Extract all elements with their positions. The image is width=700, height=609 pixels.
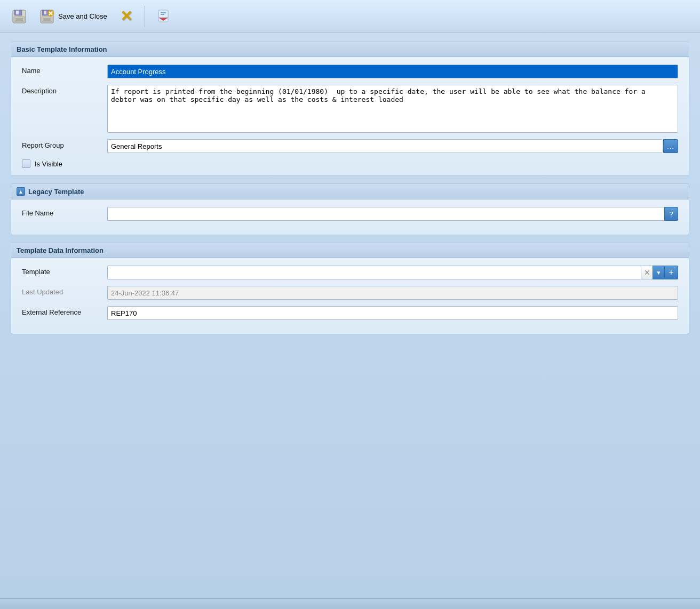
report-group-browse-button[interactable]: ... <box>663 139 678 153</box>
save-button[interactable] <box>6 6 32 27</box>
svg-rect-2 <box>16 11 19 14</box>
file-name-row: File Name ? <box>22 207 678 221</box>
svg-rect-9 <box>43 18 51 21</box>
template-add-button[interactable]: + <box>664 266 678 279</box>
legacy-template-title: Legacy Template <box>28 188 84 196</box>
last-updated-value: 24-Jun-2022 11:36:47 <box>107 286 678 300</box>
description-label: Description <box>22 85 107 95</box>
basic-template-title: Basic Template Information <box>17 45 107 53</box>
report-group-input[interactable] <box>107 139 662 153</box>
file-name-control-wrap: ? <box>107 207 678 221</box>
template-row: Template ✕ ▼ + <box>22 266 678 279</box>
legacy-template-content: File Name ? <box>11 199 689 235</box>
report-group-row: Report Group ... <box>22 139 678 153</box>
save-icon <box>11 8 28 25</box>
cancel-icon: ✕ <box>118 8 135 25</box>
external-ref-label: External Reference <box>22 306 107 316</box>
svg-rect-7 <box>44 11 46 14</box>
toolbar-separator <box>145 6 145 27</box>
basic-template-header: Basic Template Information <box>11 42 689 57</box>
legacy-template-header: ▲ Legacy Template <box>11 184 689 199</box>
report-group-label: Report Group <box>22 139 107 149</box>
template-clear-button[interactable]: ✕ <box>641 266 653 279</box>
description-control-wrap: If report is printed from the beginning … <box>107 85 678 133</box>
template-data-header: Template Data Information <box>11 243 689 258</box>
template-controls: ✕ ▼ + <box>107 266 678 279</box>
save-close-icon <box>38 8 55 25</box>
is-visible-row: Is Visible <box>22 159 678 168</box>
save-and-close-button[interactable]: Save and Close <box>34 6 112 27</box>
basic-template-panel: Basic Template Information Name Descript… <box>11 42 689 176</box>
last-updated-label: Last Updated <box>22 286 107 296</box>
name-row: Name <box>22 65 678 78</box>
file-name-label: File Name <box>22 207 107 217</box>
svg-rect-4 <box>15 18 23 21</box>
external-ref-row: External Reference <box>22 306 678 320</box>
is-visible-checkbox[interactable] <box>22 159 30 168</box>
template-label: Template <box>22 266 107 276</box>
external-ref-control-wrap <box>107 306 678 320</box>
legacy-template-expand-icon[interactable]: ▲ <box>17 187 25 196</box>
main-content: Basic Template Information Name Descript… <box>0 33 700 598</box>
last-updated-control-wrap: 24-Jun-2022 11:36:47 <box>107 286 678 300</box>
bottom-bar <box>0 598 700 609</box>
external-ref-input[interactable] <box>107 306 678 320</box>
bookmark-icon <box>155 8 172 25</box>
template-data-title: Template Data Information <box>17 246 104 254</box>
is-visible-label: Is Visible <box>35 160 62 168</box>
template-control-wrap: ✕ ▼ + <box>107 266 678 279</box>
description-textarea[interactable]: If report is printed from the beginning … <box>107 85 678 133</box>
cancel-button[interactable]: ✕ <box>114 6 139 27</box>
bookmark-button[interactable] <box>150 6 176 27</box>
name-control-wrap <box>107 65 678 78</box>
description-row: Description If report is printed from th… <box>22 85 678 133</box>
legacy-template-panel: ▲ Legacy Template File Name ? <box>11 183 689 235</box>
template-input[interactable] <box>107 266 641 279</box>
filename-wrap: ? <box>107 207 678 221</box>
name-input[interactable] <box>107 65 678 78</box>
name-label: Name <box>22 65 107 75</box>
svg-rect-15 <box>158 10 168 18</box>
toolbar: Save and Close ✕ <box>0 0 700 33</box>
last-updated-row: Last Updated 24-Jun-2022 11:36:47 <box>22 286 678 300</box>
file-name-input[interactable] <box>107 207 664 221</box>
save-close-label: Save and Close <box>58 12 107 20</box>
template-dropdown-button[interactable]: ▼ <box>653 266 664 279</box>
template-data-content: Template ✕ ▼ + <box>11 258 689 334</box>
file-name-help-button[interactable]: ? <box>664 207 678 221</box>
report-group-control-wrap: ... <box>107 139 678 153</box>
template-data-panel: Template Data Information Template ✕ ▼ <box>11 243 689 334</box>
basic-template-content: Name Description If report is printed fr… <box>11 57 689 175</box>
